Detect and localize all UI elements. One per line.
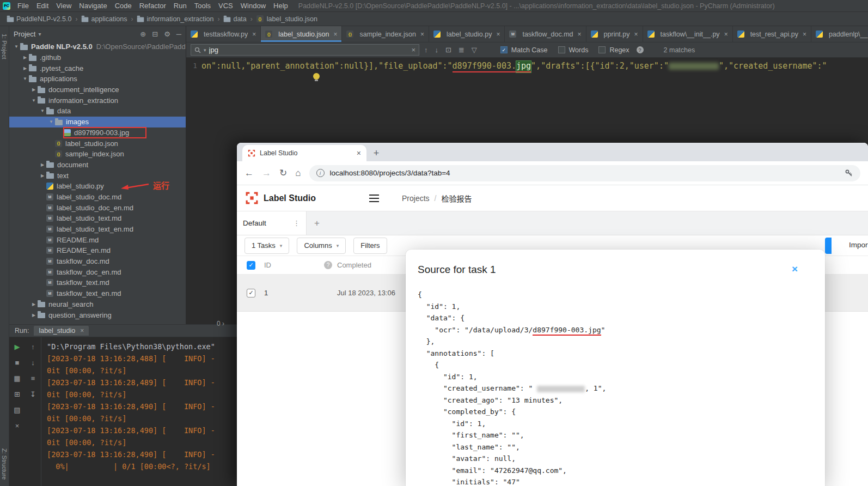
address-bar[interactable]: i localhost:8080/projects/3/data?tab=4 — [309, 165, 860, 181]
tree-item-README_en.md[interactable]: MREADME_en.md — [9, 245, 186, 256]
tree-item-label_studio.json[interactable]: {}label_studio.json — [9, 138, 186, 149]
close-modal-icon[interactable]: × — [792, 264, 798, 274]
collapsed-chevron-icon[interactable]: ▶ — [30, 313, 38, 318]
in-selection-icon[interactable]: ⊡ — [445, 46, 451, 54]
regex-checkbox[interactable] — [598, 46, 606, 53]
editor-tab-taskflow\__init__.py[interactable]: taskflow\__init__.py× — [643, 26, 733, 42]
editor-tab-sample_index.json[interactable]: {}sample_index.json× — [342, 26, 429, 42]
down-stack-icon[interactable]: ↓ — [31, 359, 35, 367]
tree-item-label_studio_doc.md[interactable]: Mlabel_studio_doc.md — [9, 192, 186, 203]
prev-match-icon[interactable]: ↑ — [424, 46, 428, 54]
select-all-checkbox[interactable]: ✓ — [247, 261, 255, 270]
chevron-down-icon[interactable]: ▾ — [38, 31, 41, 37]
close-icon[interactable]: × — [724, 31, 728, 38]
tree-item-taskflow_doc_en.md[interactable]: Mtaskflow_doc_en.md — [9, 266, 186, 277]
collapsed-chevron-icon[interactable]: ▶ — [39, 173, 46, 178]
close-icon[interactable]: × — [496, 31, 500, 38]
add-view-icon[interactable]: + — [307, 211, 327, 235]
search-input[interactable] — [209, 46, 409, 54]
label-all-tasks-button-fragment[interactable] — [825, 238, 832, 254]
breadcrumb-item[interactable]: applications — [81, 15, 127, 23]
breadcrumb-item[interactable]: {}label_studio.json — [256, 15, 317, 23]
menu-view[interactable]: View — [52, 1, 75, 11]
filters-button[interactable]: Filters — [353, 238, 387, 254]
editor-tab-paddlenlp\__init__.py[interactable]: paddlenlp\__init__.py× — [811, 26, 868, 42]
pin-icon[interactable]: ⊞ — [14, 390, 20, 398]
hide-panel-icon[interactable]: ─ — [176, 30, 181, 38]
layout-icon[interactable]: ▦ — [14, 374, 20, 382]
close-icon[interactable]: × — [803, 31, 806, 38]
rerun-icon[interactable]: ▶ — [15, 343, 20, 351]
forward-icon[interactable]: → — [262, 168, 271, 179]
collapsed-chevron-icon[interactable]: ▶ — [21, 55, 29, 60]
tree-item-taskflow_text_en.md[interactable]: Mtaskflow_text_en.md — [9, 288, 186, 299]
close-icon[interactable]: × — [80, 327, 84, 335]
id-column-header[interactable]: ID — [264, 261, 271, 269]
expanded-chevron-icon[interactable]: ▼ — [39, 108, 46, 113]
ls-tab-default[interactable]: Default ⋮ — [237, 211, 307, 235]
filter-icon[interactable]: ▽ — [472, 46, 477, 54]
completed-column-header[interactable]: Completed — [337, 261, 371, 269]
page-info-icon[interactable]: i — [316, 169, 325, 177]
tree-item-images[interactable]: ▼images — [9, 117, 186, 127]
tree-item-Paddle NLP-v2.5.0[interactable]: ▼Paddle NLP-v2.5.0D:\OpenSource\PaddlePa… — [9, 41, 186, 52]
tree-item-data[interactable]: ▼data — [9, 106, 186, 117]
breadcrumb-item[interactable]: information_extraction — [137, 15, 213, 23]
intention-bulb-icon[interactable] — [313, 73, 320, 80]
import-button[interactable]: Import — [849, 241, 868, 249]
url-text[interactable]: localhost:8080/projects/3/data?tab=4 — [330, 169, 839, 177]
password-key-icon[interactable] — [845, 169, 853, 178]
breadcrumb-item[interactable]: PaddleNLP-v2.5.0 — [7, 15, 71, 23]
editor-tab-testtaskflow.py[interactable]: testtaskflow.py× — [186, 26, 261, 42]
ls-breadcrumb-projects[interactable]: Projects — [402, 194, 430, 203]
editor-tab-label_studio.json[interactable]: {}label_studio.json× — [261, 26, 342, 42]
scroll-end-icon[interactable]: ↧ — [30, 390, 36, 398]
clear-search-icon[interactable]: × — [411, 46, 415, 54]
locate-file-icon[interactable]: ⊕ — [140, 30, 146, 38]
editor-tab-label_studio.py[interactable]: label_studio.py× — [429, 26, 505, 42]
tree-item-.github[interactable]: ▶.github — [9, 52, 186, 63]
home-icon[interactable]: ⌂ — [295, 168, 301, 179]
menu-window[interactable]: Window — [237, 1, 270, 11]
ls-project-name[interactable]: 检验报告 — [441, 193, 472, 204]
editor-tab-taskflow_doc.md[interactable]: Mtaskflow_doc.md× — [505, 26, 586, 42]
multiline-icon[interactable]: ≣ — [459, 46, 464, 54]
tree-item-README.md[interactable]: MREADME.md — [9, 234, 186, 245]
breadcrumb-item[interactable]: data — [223, 15, 246, 23]
words-checkbox[interactable] — [558, 46, 565, 53]
stop-icon[interactable]: ■ — [15, 359, 20, 367]
close-icon[interactable]: × — [578, 31, 582, 38]
tree-item-taskflow_text.md[interactable]: Mtaskflow_text.md — [9, 277, 186, 288]
tab-options-icon[interactable]: ⋮ — [293, 219, 300, 227]
menu-file[interactable]: File — [14, 1, 33, 11]
tree-item-information_extraction[interactable]: ▼information_extraction — [9, 95, 186, 106]
tree-item-d897f990-003.jpg[interactable]: d897f990-003.jpg — [9, 127, 186, 138]
tool-window-structure-label[interactable]: Z: Structure — [1, 448, 8, 479]
tree-item-label_studio_text.md[interactable]: Mlabel_studio_text.md — [9, 213, 186, 224]
expanded-chevron-icon[interactable]: ▼ — [13, 44, 20, 49]
browser-tab[interactable]: Label Studio × — [242, 145, 366, 161]
menu-vcs[interactable]: VCS — [215, 1, 237, 11]
tree-item-document_intelligence[interactable]: ▶document_intelligence — [9, 84, 186, 95]
collapsed-chevron-icon[interactable]: ▶ — [30, 87, 38, 92]
next-match-icon[interactable]: ↓ — [435, 46, 439, 54]
up-stack-icon[interactable]: ↑ — [31, 343, 35, 351]
collapsed-chevron-icon[interactable]: ▶ — [30, 302, 38, 307]
tree-item-taskflow_doc.md[interactable]: Mtaskflow_doc.md — [9, 256, 186, 267]
menu-help[interactable]: Help — [270, 1, 292, 11]
menu-code[interactable]: Code — [111, 1, 136, 11]
tree-item-label_studio_text_en.md[interactable]: Mlabel_studio_text_en.md — [9, 224, 186, 235]
help-icon[interactable]: ? — [637, 46, 644, 53]
back-icon[interactable]: ← — [244, 168, 254, 179]
project-panel-title[interactable]: Project — [14, 30, 35, 38]
print-icon[interactable]: ▤ — [14, 406, 20, 414]
tree-item-question_answering[interactable]: ▶question_answering — [9, 309, 186, 320]
menu-refactor[interactable]: Refactor — [136, 1, 170, 11]
tree-item-applications[interactable]: ▼applications — [9, 74, 186, 84]
tasks-dropdown-button[interactable]: 1 Tasks ▾ — [244, 238, 289, 254]
tree-item-sample_index.json[interactable]: {}sample_index.json — [9, 149, 186, 160]
close-icon[interactable]: × — [333, 31, 337, 38]
close-icon[interactable]: × — [252, 31, 256, 38]
help-icon[interactable]: ? — [324, 261, 332, 269]
search-history-caret-icon[interactable]: ▾ — [204, 47, 206, 53]
